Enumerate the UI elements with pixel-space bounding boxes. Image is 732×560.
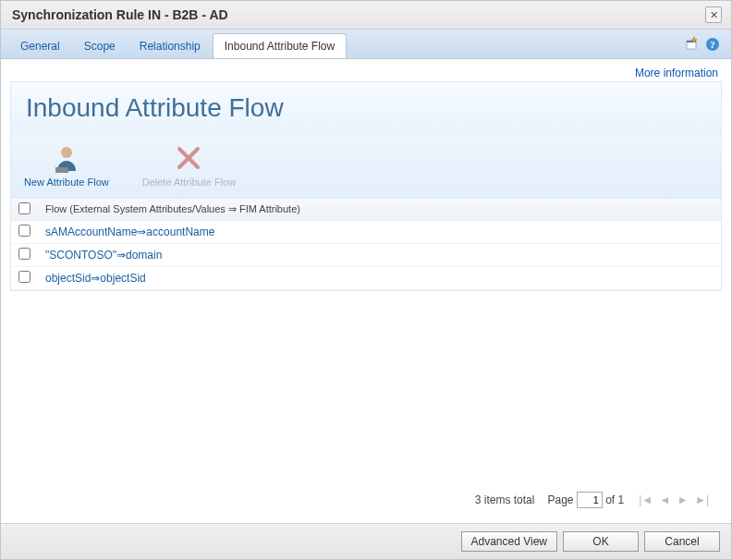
pager-bar: 3 items total Page of 1 |◄ ◄ ► ►| [10,484,722,516]
content-area: More information Inbound Attribute Flow … [1,59,731,523]
titlebar: Synchronization Rule IN - B2B - AD ✕ [1,1,731,30]
pager-nav: |◄ ◄ ► ►| [637,493,711,506]
flow-cell[interactable]: sAMAccountName⇒accountName [38,221,721,244]
select-all-header [11,199,38,221]
panel-title: Inbound Attribute Flow [26,93,706,123]
svg-rect-7 [55,167,68,173]
select-all-checkbox[interactable] [18,202,30,214]
button-bar: Advanced View OK Cancel [1,523,731,559]
user-icon [52,143,81,173]
panel-header: Inbound Attribute Flow [11,82,721,136]
tab-relationship[interactable]: Relationship [128,33,213,58]
flow-cell[interactable]: "SCONTOSO"⇒domain [38,244,721,267]
close-button[interactable]: ✕ [705,6,722,23]
more-information-link[interactable]: More information [635,67,718,79]
svg-rect-3 [691,39,697,41]
row-checkbox[interactable] [18,271,30,283]
advanced-view-button[interactable]: Advanced View [461,531,558,552]
window-title: Synchronization Rule IN - B2B - AD [12,7,705,22]
svg-text:?: ? [710,39,715,50]
ok-button[interactable]: OK [563,531,639,552]
tab-inbound-attribute-flow[interactable]: Inbound Attribute Flow [213,33,347,58]
flow-cell[interactable]: objectSid⇒objectSid [38,267,721,290]
delete-attribute-flow-button: Delete Attribute Flow [137,140,242,191]
page-label: Page [547,493,573,506]
flow-column-header: Flow (External System Attributes/Values … [38,199,721,221]
table-row: sAMAccountName⇒accountName [11,221,721,244]
delete-x-icon [174,143,203,173]
row-checkbox[interactable] [18,225,30,237]
pager-last-icon[interactable]: ►| [693,493,711,506]
tab-bar: General Scope Relationship Inbound Attri… [1,30,731,59]
dialog-window: Synchronization Rule IN - B2B - AD ✕ Gen… [0,0,732,560]
pager-next-icon[interactable]: ► [676,493,690,506]
attribute-flow-table: Flow (External System Attributes/Values … [11,199,721,290]
more-info-row: More information [10,63,722,81]
new-attribute-flow-label: New Attribute Flow [24,177,109,188]
table-row: "SCONTOSO"⇒domain [11,244,721,267]
page-group: Page of 1 [547,492,624,508]
pager-prev-icon[interactable]: ◄ [658,493,673,506]
cancel-button[interactable]: Cancel [644,531,720,552]
tab-scope[interactable]: Scope [72,33,128,58]
pager-first-icon[interactable]: |◄ [637,493,654,506]
delete-attribute-flow-label: Delete Attribute Flow [142,177,237,188]
items-total: 3 items total [475,493,535,506]
page-input[interactable] [577,492,603,508]
help-icon[interactable]: ? [705,37,720,52]
table-row: objectSid⇒objectSid [11,267,721,290]
page-of: of 1 [605,493,624,506]
row-checkbox[interactable] [18,248,30,260]
attribute-flow-toolbar: New Attribute Flow Delete Attribute Flow [11,136,721,199]
header-right-icons: ? [685,37,724,52]
new-attribute-flow-button[interactable]: New Attribute Flow [18,140,115,191]
svg-point-6 [61,147,72,158]
tab-general[interactable]: General [8,33,72,58]
close-icon: ✕ [710,9,718,21]
add-window-icon[interactable] [685,37,700,52]
panel: Inbound Attribute Flow New Attribute Flo… [10,81,722,291]
